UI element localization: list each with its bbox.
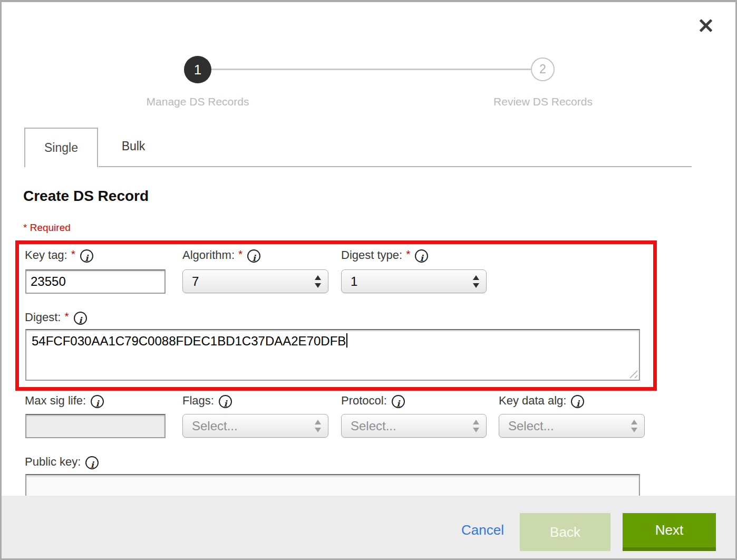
close-icon[interactable] <box>696 16 715 35</box>
key-tag-label: Key tag:*i <box>25 248 93 263</box>
modal-footer: Cancel Back Next <box>2 496 735 558</box>
info-icon[interactable]: i <box>74 312 87 325</box>
digest-type-label: Digest type:*i <box>341 248 428 263</box>
step-1-circle: 1 <box>184 56 211 83</box>
public-key-label: Public key:i <box>25 455 99 469</box>
protocol-label: Protocol:i <box>341 394 405 408</box>
create-ds-record-modal: 1 2 Manage DS Records Review DS Records … <box>0 0 737 560</box>
required-asterisk: * <box>238 248 243 260</box>
flags-select[interactable]: Select... <box>182 414 328 438</box>
protocol-select[interactable]: Select... <box>341 414 487 438</box>
required-asterisk: * <box>71 248 75 260</box>
info-icon[interactable]: i <box>85 456 99 469</box>
public-key-textarea[interactable] <box>25 474 640 496</box>
required-asterisk: * <box>406 248 410 260</box>
cancel-button[interactable]: Cancel <box>461 522 504 538</box>
step-2-label: Review DS Records <box>438 95 648 108</box>
stepper-connector <box>211 69 531 70</box>
tab-underline <box>99 166 692 167</box>
algorithm-select[interactable]: 7 <box>182 269 328 293</box>
key-tag-input[interactable] <box>25 269 166 294</box>
info-icon[interactable]: i <box>80 249 93 263</box>
text-cursor <box>346 333 347 347</box>
info-icon[interactable]: i <box>415 249 428 263</box>
select-arrows-icon <box>473 275 479 288</box>
select-arrows-icon <box>315 419 321 433</box>
info-icon[interactable]: i <box>571 395 584 408</box>
info-icon[interactable]: i <box>219 395 232 408</box>
info-icon[interactable]: i <box>392 395 405 408</box>
select-arrows-icon <box>473 419 479 433</box>
back-button[interactable]: Back <box>520 513 610 551</box>
digest-type-select[interactable]: 1 <box>341 269 487 293</box>
tab-bulk[interactable]: Bulk <box>99 129 168 166</box>
max-sig-life-input[interactable] <box>25 414 166 438</box>
step-2-circle: 2 <box>531 57 555 81</box>
step-1-label: Manage DS Records <box>92 95 303 108</box>
required-note: * Required <box>23 222 71 234</box>
next-button[interactable]: Next <box>623 513 716 551</box>
flags-label: Flags:i <box>182 394 232 408</box>
info-icon[interactable]: i <box>91 395 104 408</box>
key-data-alg-select[interactable]: Select... <box>499 414 645 438</box>
digest-textarea[interactable]: 54FCF030AA1C79C0088FDEC1BD1C37DAA2E70DFB <box>25 329 640 381</box>
resize-handle[interactable] <box>629 370 637 378</box>
algorithm-label: Algorithm:*i <box>182 248 260 263</box>
page-title: Create DS Record <box>23 188 149 205</box>
info-icon[interactable]: i <box>247 249 260 263</box>
max-sig-life-label: Max sig life:i <box>25 394 104 408</box>
digest-label: Digest:*i <box>25 311 87 325</box>
select-arrows-icon <box>315 275 321 288</box>
key-data-alg-label: Key data alg:i <box>499 394 584 408</box>
select-arrows-icon <box>631 419 637 433</box>
required-asterisk: * <box>64 310 69 322</box>
tab-single[interactable]: Single <box>24 128 98 167</box>
